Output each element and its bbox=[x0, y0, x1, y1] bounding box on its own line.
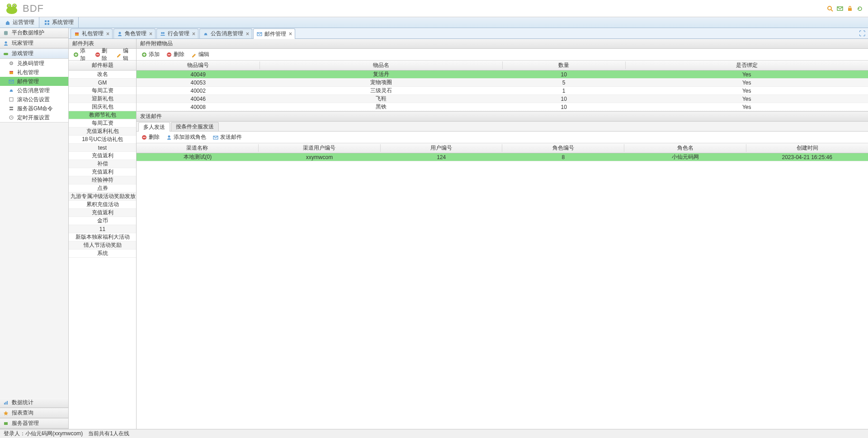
user-icon bbox=[3, 40, 9, 47]
sidebar-item[interactable]: 公告消息管理 bbox=[0, 86, 68, 95]
sidebar-item-label: 定时开服设置 bbox=[17, 114, 50, 122]
items-header-cell: 数量 bbox=[503, 61, 626, 69]
sidebar-panel-header[interactable]: 服务器管理 bbox=[0, 419, 68, 429]
mail-title-cell: 九游专属冲级活动奖励发放 bbox=[69, 193, 136, 200]
send-subtab[interactable]: 按条件全服发送 bbox=[171, 122, 219, 131]
sidebar-item[interactable]: 礼包管理 bbox=[0, 68, 68, 77]
close-icon[interactable]: × bbox=[106, 31, 109, 37]
delete-button[interactable]: 删除 bbox=[163, 50, 187, 59]
mail-list-row[interactable]: 金币 bbox=[69, 217, 136, 225]
items-cell: 40046 bbox=[137, 96, 259, 102]
delete-button[interactable]: 删除 bbox=[138, 132, 162, 142]
svg-point-2 bbox=[6, 7, 17, 14]
send-mail-button[interactable]: 发送邮件 bbox=[210, 132, 245, 142]
content-tab[interactable]: 行会管理× bbox=[156, 28, 198, 38]
add-button-label: 添加 bbox=[80, 47, 89, 62]
close-icon[interactable]: × bbox=[289, 31, 292, 37]
refresh-icon[interactable] bbox=[856, 5, 863, 12]
items-row[interactable]: 40002三级灵石1Yes bbox=[137, 87, 868, 95]
tab-label: 礼包管理 bbox=[82, 30, 104, 38]
content-tab[interactable]: 公告消息管理× bbox=[199, 28, 252, 38]
sidebar-panel-header[interactable]: 游戏管理 bbox=[0, 49, 68, 59]
main-tab[interactable]: 系统管理 bbox=[39, 17, 79, 28]
app-title: BDF bbox=[23, 3, 44, 14]
sidebar-panel-header[interactable]: 玩家管理 bbox=[0, 38, 68, 48]
close-icon[interactable]: × bbox=[149, 31, 152, 37]
mail-title-cell: GM bbox=[69, 80, 136, 86]
add-button[interactable]: 添加 bbox=[138, 50, 162, 59]
mail-list-row[interactable]: 情人节活动奖励 bbox=[69, 241, 136, 250]
mail-list-row[interactable]: 教师节礼包 bbox=[69, 111, 136, 119]
sidebar-item[interactable]: 定时开服设置 bbox=[0, 113, 68, 122]
items-row[interactable]: 40049复活丹10Yes bbox=[137, 71, 868, 79]
app-header: BDF bbox=[0, 0, 868, 17]
items-body: 40049复活丹10Yes40053宠物项圈5Yes40002三级灵石1Yes4… bbox=[137, 71, 868, 111]
mail-list-row[interactable]: 经验神符 bbox=[69, 176, 136, 184]
content-tab[interactable]: 邮件管理× bbox=[253, 28, 295, 39]
mail-icon[interactable] bbox=[836, 5, 844, 12]
mail-title-cell: 金币 bbox=[69, 217, 136, 225]
clock-icon bbox=[8, 114, 14, 121]
add-role-button[interactable]: 添加游戏角色 bbox=[163, 132, 209, 142]
mail-list-row[interactable]: 每周工资 bbox=[69, 87, 136, 95]
items-cell: Yes bbox=[625, 71, 868, 78]
mail-list-row[interactable]: 充值返利 bbox=[69, 209, 136, 217]
sidebar-panel-header[interactable]: 平台数据维护 bbox=[0, 28, 68, 38]
lock-icon[interactable] bbox=[846, 5, 854, 12]
main-tab[interactable]: 运营管理 bbox=[0, 17, 39, 28]
svg-rect-32 bbox=[4, 422, 8, 425]
mail-list-row[interactable]: 补偿 bbox=[69, 160, 136, 168]
search-icon[interactable] bbox=[826, 5, 834, 12]
mail-list-row[interactable]: test bbox=[69, 144, 136, 152]
mail-title-cell: 充值返利 bbox=[69, 209, 136, 217]
close-icon[interactable]: × bbox=[246, 31, 249, 37]
sidebar-panel-header[interactable]: 报表查询 bbox=[0, 408, 68, 418]
sidebar: 平台数据维护玩家管理游戏管理兑换码管理礼包管理邮件管理公告消息管理滚动公告设置服… bbox=[0, 28, 69, 429]
mail-list-row[interactable]: 充值返利 bbox=[69, 152, 136, 160]
sidebar-item[interactable]: 兑换码管理 bbox=[0, 59, 68, 68]
items-cell: Yes bbox=[625, 96, 868, 102]
items-header-cell: 物品编号 bbox=[137, 61, 260, 69]
svg-rect-26 bbox=[9, 107, 13, 108]
mail-list-row[interactable]: GM bbox=[69, 79, 136, 87]
svg-rect-29 bbox=[4, 403, 5, 405]
content-tab[interactable]: 礼包管理× bbox=[71, 28, 113, 38]
mail-list-row[interactable]: 点券 bbox=[69, 184, 136, 193]
mail-list-row[interactable]: 改名 bbox=[69, 71, 136, 79]
add-role-label: 添加游戏角色 bbox=[174, 133, 206, 141]
items-row[interactable]: 40046飞鞋10Yes bbox=[137, 95, 868, 103]
mail-list-row[interactable]: 新版本独家福利大活动 bbox=[69, 233, 136, 241]
mail-list-row[interactable]: 充值返利 bbox=[69, 168, 136, 176]
mail-list-row[interactable]: 每周工资 bbox=[69, 119, 136, 127]
mail-list-row[interactable]: 九游专属冲级活动奖励发放 bbox=[69, 193, 136, 201]
sidebar-item-label: 兑换码管理 bbox=[17, 60, 44, 67]
content-tab[interactable]: 角色管理× bbox=[113, 28, 156, 38]
mail-list-toolbar: 添加 删除 编辑 bbox=[69, 49, 136, 61]
sidebar-item[interactable]: 服务器GM命令 bbox=[0, 104, 68, 113]
mail-list-row[interactable]: 11 bbox=[69, 225, 136, 233]
expand-icon[interactable]: ⛶ bbox=[859, 30, 865, 37]
sidebar-item[interactable]: 滚动公告设置 bbox=[0, 95, 68, 104]
send-row[interactable]: 本地测试(0)xxymwcom1248小仙元码网2023-04-21 16:25… bbox=[137, 153, 868, 161]
game-icon bbox=[3, 51, 9, 57]
edit-button[interactable]: 编辑 bbox=[188, 50, 212, 59]
sidebar-item[interactable]: 邮件管理 bbox=[0, 77, 68, 86]
mail-list-row[interactable]: 迎新礼包 bbox=[69, 95, 136, 103]
sidebar-panel-header[interactable]: 数据统计 bbox=[0, 398, 68, 408]
header-actions bbox=[826, 5, 863, 12]
send-subtab[interactable]: 多人发送 bbox=[138, 122, 170, 132]
close-icon[interactable]: × bbox=[192, 31, 195, 37]
items-cell: 三级灵石 bbox=[259, 87, 502, 94]
tab-label: 邮件管理 bbox=[264, 30, 286, 38]
items-row[interactable]: 40053宠物项圈5Yes bbox=[137, 79, 868, 87]
items-cell: Yes bbox=[625, 104, 868, 110]
mail-list-row[interactable]: 系统 bbox=[69, 250, 136, 258]
mail-list-row[interactable]: 充值返利礼包 bbox=[69, 127, 136, 136]
mail-list-row[interactable]: 累积充值活动 bbox=[69, 201, 136, 209]
send-cell: 2023-04-21 16:25:46 bbox=[746, 154, 868, 160]
mail-list-row[interactable]: 国庆礼包 bbox=[69, 103, 136, 111]
items-row[interactable]: 40008黑铁10Yes bbox=[137, 103, 868, 111]
mail-list-row[interactable]: 18号UC活动礼包 bbox=[69, 136, 136, 144]
send-panel: 发送邮件 多人发送按条件全服发送 删除 添加游戏角色 发送邮件 渠道名称渠道用户… bbox=[137, 112, 868, 429]
login-user: 登录人：小仙元码网(xxymwcom) bbox=[4, 430, 83, 438]
